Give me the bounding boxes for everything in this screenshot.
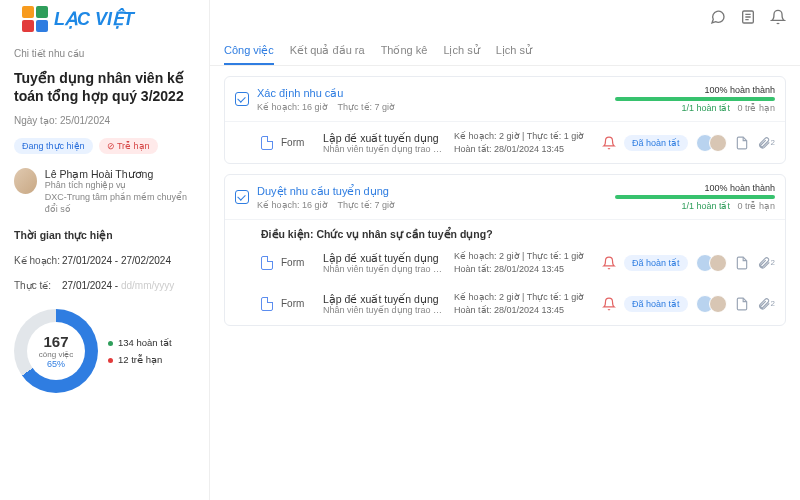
- attach-count: 2: [771, 299, 775, 308]
- progress-donut: 167 công việc 65%: [14, 309, 98, 393]
- attachment-icon[interactable]: [757, 256, 771, 270]
- form-icon: [261, 136, 273, 150]
- breadcrumb[interactable]: Chi tiết nhu cầu: [14, 48, 195, 59]
- reminder-bell-icon[interactable]: [602, 136, 616, 150]
- task-status: Đã hoàn tất: [624, 296, 688, 312]
- note-icon[interactable]: [740, 9, 756, 25]
- form-icon: [261, 297, 273, 311]
- attach-count: 2: [771, 258, 775, 267]
- tab-outputs[interactable]: Kết quả đầu ra: [290, 38, 365, 65]
- group-progress-bar: [615, 97, 775, 101]
- owner-role: Phân tích nghiệp vụ: [45, 180, 195, 192]
- document-icon[interactable]: [735, 256, 749, 270]
- time-heading: Thời gian thực hiện: [14, 229, 195, 241]
- owner-dept: DXC-Trung tâm phần mềm chuyển đổi số: [45, 192, 195, 215]
- group-title: Xác định nhu cầu: [257, 87, 395, 100]
- form-label: Form: [281, 137, 315, 148]
- task-desc: Nhân viên tuyển dụng trao đổi lại với cá…: [323, 264, 446, 274]
- group-header[interactable]: Duyệt nhu cầu tuyển dụng Kế hoạch: 16 gi…: [225, 175, 785, 220]
- task-title: Lập đề xuất tuyển dụng: [323, 252, 446, 264]
- task-group: Duyệt nhu cầu tuyển dụng Kế hoạch: 16 gi…: [224, 174, 786, 325]
- group-condition: Điều kiện: Chức vụ nhân sự cần tuyển dụn…: [225, 220, 785, 242]
- document-icon[interactable]: [735, 136, 749, 150]
- status-late-chip: ⊘ Trễ hạn: [99, 138, 158, 154]
- task-timing: Kế hoạch: 2 giờ | Thực tế: 1 giờHoàn tất…: [454, 291, 594, 316]
- assignee-avatars[interactable]: [696, 134, 727, 152]
- task-desc: Nhân viên tuyển dụng trao đổi lại với cá…: [323, 305, 446, 315]
- tab-stats[interactable]: Thống kê: [381, 38, 428, 65]
- task-list: Xác định nhu cầu Kế hoạch: 16 giờThực tế…: [210, 66, 800, 500]
- tab-tasks[interactable]: Công việc: [224, 38, 274, 65]
- assignee-avatars[interactable]: [696, 254, 727, 272]
- task-timing: Kế hoạch: 2 giờ | Thực tế: 1 giờHoàn tất…: [454, 130, 594, 155]
- task-row[interactable]: Form Lập đề xuất tuyển dụngNhân viên tuy…: [225, 122, 785, 163]
- form-icon: [261, 256, 273, 270]
- attachment-icon[interactable]: [757, 136, 771, 150]
- avatar: [14, 168, 37, 194]
- owner-block: Lê Phạm Hoài Thương Phân tích nghiệp vụ …: [14, 168, 195, 215]
- status-doing-chip: Đang thực hiện: [14, 138, 93, 154]
- main-panel: Công việc Kết quả đầu ra Thống kê Lịch s…: [210, 0, 800, 500]
- task-status: Đã hoàn tất: [624, 135, 688, 151]
- reminder-bell-icon[interactable]: [602, 297, 616, 311]
- task-status: Đã hoàn tất: [624, 255, 688, 271]
- donut-legend: 134 hoàn tất 12 trễ hạn: [108, 337, 172, 365]
- brand-logo: LẠC VIỆT: [22, 6, 134, 32]
- created-date: Ngày tạo: 25/01/2024: [14, 115, 195, 126]
- tabs: Công việc Kết quả đầu ra Thống kê Lịch s…: [210, 34, 800, 66]
- attach-count: 2: [771, 138, 775, 147]
- checklist-icon: [235, 92, 249, 106]
- bell-icon[interactable]: [770, 9, 786, 25]
- document-icon[interactable]: [735, 297, 749, 311]
- task-desc: Nhân viên tuyển dụng trao đổi lại với cá…: [323, 144, 446, 154]
- assignee-avatars[interactable]: [696, 295, 727, 313]
- task-row[interactable]: Form Lập đề xuất tuyển dụngNhân viên tuy…: [225, 283, 785, 324]
- task-group: Xác định nhu cầu Kế hoạch: 16 giờThực tế…: [224, 76, 786, 164]
- reminder-bell-icon[interactable]: [602, 256, 616, 270]
- form-label: Form: [281, 298, 315, 309]
- checklist-icon: [235, 190, 249, 204]
- page-title: Tuyển dụng nhân viên kế toán tổng hợp qu…: [14, 69, 195, 105]
- attachment-icon[interactable]: [757, 297, 771, 311]
- task-title: Lập đề xuất tuyển dụng: [323, 132, 446, 144]
- sidebar: Chi tiết nhu cầu Tuyển dụng nhân viên kế…: [0, 0, 210, 500]
- tab-history[interactable]: Lịch sử: [443, 38, 479, 65]
- date-input-placeholder[interactable]: dd/mm/yyyy: [121, 280, 174, 291]
- task-title: Lập đề xuất tuyển dụng: [323, 293, 446, 305]
- group-percent: 100% hoàn thành: [615, 183, 775, 193]
- task-timing: Kế hoạch: 2 giờ | Thực tế: 1 giờHoàn tất…: [454, 250, 594, 275]
- group-progress-bar: [615, 195, 775, 199]
- group-title: Duyệt nhu cầu tuyển dụng: [257, 185, 395, 198]
- owner-name: Lê Phạm Hoài Thương: [45, 168, 195, 180]
- chat-icon[interactable]: [710, 9, 726, 25]
- tab-history-2[interactable]: Lịch sử: [496, 38, 532, 65]
- group-percent: 100% hoàn thành: [615, 85, 775, 95]
- group-header[interactable]: Xác định nhu cầu Kế hoạch: 16 giờThực tế…: [225, 77, 785, 122]
- form-label: Form: [281, 257, 315, 268]
- task-row[interactable]: Form Lập đề xuất tuyển dụngNhân viên tuy…: [225, 242, 785, 283]
